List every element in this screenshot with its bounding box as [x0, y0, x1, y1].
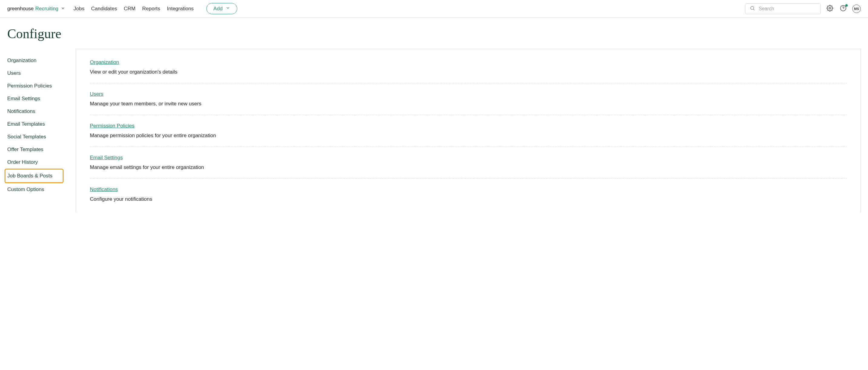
config-row-email-settings: Email Settings Manage email settings for… [90, 155, 846, 179]
config-desc: Manage permission policies for your enti… [90, 133, 846, 139]
nav-jobs[interactable]: Jobs [73, 6, 85, 12]
config-link-users[interactable]: Users [90, 91, 103, 97]
add-button-label: Add [213, 6, 222, 12]
top-header: greenhouse Recruiting Jobs Candidates CR… [0, 0, 868, 18]
config-desc: View or edit your organization's details [90, 69, 846, 75]
config-row-notifications: Notifications Configure your notificatio… [90, 186, 846, 202]
body-layout: Organization Users Permission Policies E… [0, 49, 868, 213]
search-icon [750, 5, 759, 12]
config-row-users: Users Manage your team members, or invit… [90, 91, 846, 115]
config-link-notifications[interactable]: Notifications [90, 186, 118, 192]
config-desc: Configure your notifications [90, 196, 846, 202]
nav-reports[interactable]: Reports [142, 6, 160, 12]
sidebar-item-notifications[interactable]: Notifications [7, 105, 76, 118]
chevron-down-icon [225, 5, 230, 12]
logo-text: greenhouse Recruiting [7, 6, 58, 12]
sidebar-item-offer-templates[interactable]: Offer Templates [7, 143, 76, 156]
nav-integrations[interactable]: Integrations [167, 6, 194, 12]
search-box[interactable] [745, 3, 821, 14]
sidebar-item-custom-options[interactable]: Custom Options [7, 183, 76, 196]
config-desc: Manage your team members, or invite new … [90, 101, 846, 107]
gear-icon [827, 5, 833, 13]
svg-line-1 [753, 9, 754, 10]
svg-point-0 [751, 6, 754, 10]
content-panel: Organization View or edit your organizat… [76, 49, 861, 213]
config-row-permission-policies: Permission Policies Manage permission po… [90, 123, 846, 147]
sidebar-item-job-boards-posts[interactable]: Job Boards & Posts [4, 168, 64, 183]
logo[interactable]: greenhouse Recruiting [7, 6, 65, 12]
sidebar-item-email-settings[interactable]: Email Settings [7, 92, 76, 105]
nav-crm[interactable]: CRM [124, 6, 135, 12]
sidebar-item-organization[interactable]: Organization [7, 54, 76, 67]
sidebar-item-users[interactable]: Users [7, 67, 76, 80]
notification-dot-icon [845, 4, 848, 7]
config-link-email-settings[interactable]: Email Settings [90, 155, 123, 160]
page-title: Configure [0, 18, 868, 49]
svg-point-3 [840, 5, 846, 10]
nav-candidates[interactable]: Candidates [91, 6, 117, 12]
sidebar-item-email-templates[interactable]: Email Templates [7, 118, 76, 130]
avatar[interactable]: MS [852, 4, 861, 13]
add-button[interactable]: Add [207, 3, 237, 14]
config-desc: Manage email settings for your entire or… [90, 164, 846, 171]
sidebar-item-order-history[interactable]: Order History [7, 156, 76, 168]
sidebar: Organization Users Permission Policies E… [0, 49, 76, 213]
sidebar-item-social-templates[interactable]: Social Templates [7, 130, 76, 143]
search-input[interactable] [759, 6, 816, 11]
main-nav: Jobs Candidates CRM Reports Integrations… [73, 3, 237, 14]
chevron-down-icon [61, 6, 65, 11]
config-link-permission-policies[interactable]: Permission Policies [90, 123, 134, 129]
settings-button[interactable] [826, 4, 834, 13]
sidebar-item-permission-policies[interactable]: Permission Policies [7, 80, 76, 92]
config-row-organization: Organization View or edit your organizat… [90, 59, 846, 83]
avatar-initials: MS [854, 7, 859, 10]
help-button[interactable] [839, 4, 847, 13]
svg-point-2 [829, 7, 831, 9]
config-link-organization[interactable]: Organization [90, 59, 119, 65]
